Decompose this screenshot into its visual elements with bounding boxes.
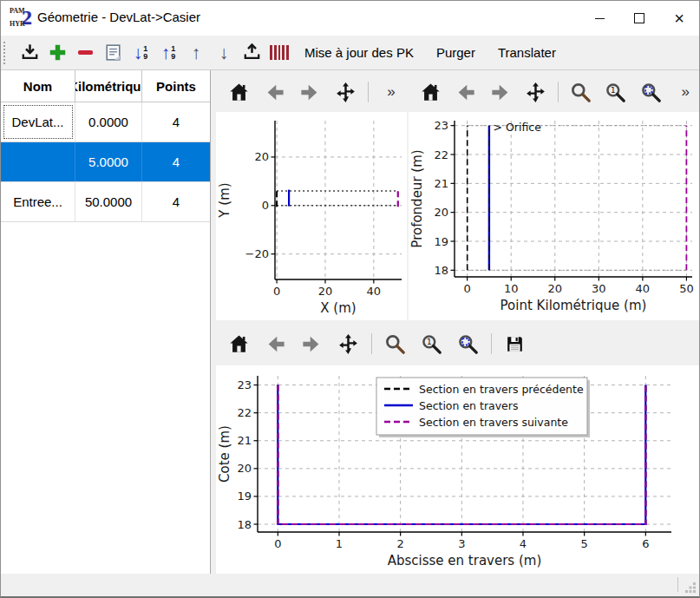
cell-nom[interactable]: DevLat... [1,102,75,141]
cell-points[interactable]: 4 [142,142,210,181]
cross-section-figure: 0123456181920212223Abscisse en travers (… [216,365,700,574]
window-title: Géometrie - DevLat->Casier [37,10,200,24]
profile-chart[interactable]: 01020304050181920212223Point Kilométriqu… [409,112,700,320]
svg-text:50: 50 [679,282,694,295]
svg-text:Section en travers: Section en travers [419,399,518,412]
remove-button[interactable] [72,39,98,67]
zoom-button[interactable] [379,328,411,360]
pk-bars-icon [269,45,290,61]
column-header-points[interactable]: Points [142,70,210,102]
svg-text:2: 2 [397,537,404,550]
home-button[interactable] [223,328,255,360]
table-row[interactable]: DevLat... 0.0000 4 [1,102,210,142]
zoom-one-button[interactable]: 1 [415,328,448,360]
svg-text:10: 10 [504,282,519,295]
svg-text:1: 1 [611,85,616,95]
toolbar-drag-handle[interactable] [3,42,10,64]
back-button[interactable] [450,76,481,108]
mise-jour-des-pk-button[interactable]: Mise à jour des PK [295,42,423,63]
resize-grip[interactable] [685,582,697,594]
table-row[interactable]: Entree... 50.0000 4 [1,182,210,222]
svg-text:3: 3 [458,537,465,550]
add-icon [47,42,69,63]
pan-button[interactable] [330,76,361,108]
back-button[interactable] [259,328,291,360]
notes-button[interactable] [100,39,126,67]
svg-text:Y (m): Y (m) [217,182,232,218]
forward-icon [300,332,324,356]
home-button[interactable] [415,76,446,108]
pan-button[interactable] [332,328,364,360]
export-button[interactable] [239,39,265,67]
plan-nav-toolbar: » [216,72,407,112]
toolbar-separator [368,82,369,102]
column-header-kilometrique[interactable]: Kilométrique [75,70,142,102]
column-header-nom[interactable]: Nom [1,70,75,102]
save-button[interactable] [499,328,531,360]
import-button[interactable] [16,39,43,67]
svg-text:0: 0 [464,282,471,295]
home-icon [227,332,251,356]
svg-text:4: 4 [520,537,527,550]
plan-figure: 02040−20020X (m)Y (m) [216,112,407,320]
save-icon [504,333,526,355]
translater-button[interactable]: Translater [488,42,566,63]
maximize-button[interactable] [619,1,659,36]
import-icon [19,42,41,63]
svg-text:0: 0 [274,537,281,550]
sort-up-icon: ↑19 [161,43,176,62]
svg-text:20: 20 [434,206,448,219]
close-button[interactable]: × [659,1,699,36]
svg-text:6: 6 [642,537,649,550]
main-toolbar: ↓19↑19↑↓Mise à jour des PKPurgerTranslat… [1,36,699,70]
svg-text:19: 19 [434,235,448,248]
zoom-rect-button[interactable] [635,76,665,108]
forward-button[interactable] [296,328,328,360]
back-icon [454,81,477,104]
pk-bars-button[interactable] [266,39,292,67]
zoom-button[interactable] [566,76,596,108]
zoom-icon [569,81,592,104]
cell-kilometrique[interactable]: 5.0000 [75,142,142,181]
cell-nom[interactable] [1,142,75,181]
minimize-icon [595,18,605,19]
move-up-icon: ↑ [192,43,201,62]
minimize-button[interactable] [579,1,619,36]
cell-points[interactable]: 4 [142,102,210,141]
forward-button[interactable] [294,76,325,108]
purger-button[interactable]: Purger [427,42,485,63]
zoom-one-icon: 1 [420,332,443,356]
profile-nav-toolbar: 1» [409,72,700,112]
table-row-selected[interactable]: 5.0000 4 [1,142,210,182]
sort-up-button[interactable]: ↑19 [155,39,181,67]
zoom-rect-button[interactable] [452,328,484,360]
zoom-one-icon: 1 [604,81,627,104]
pan-button[interactable] [520,76,551,108]
svg-text:Cote (m): Cote (m) [217,425,232,483]
home-icon [227,81,251,104]
move-up-button[interactable]: ↑ [183,39,209,67]
cell-kilometrique[interactable]: 50.0000 [75,182,142,221]
overflow-button[interactable]: » [671,76,700,108]
move-down-button[interactable]: ↓ [211,39,237,67]
close-icon: × [674,10,684,27]
add-button[interactable] [44,39,70,67]
sort-down-button[interactable]: ↓19 [128,39,154,67]
cell-kilometrique[interactable]: 0.0000 [75,102,142,141]
zoom-one-button[interactable]: 1 [600,76,631,108]
svg-text:Profondeur (m): Profondeur (m) [409,149,425,247]
svg-text:22: 22 [237,406,252,419]
cell-nom[interactable]: Entree... [1,182,75,221]
back-icon [264,332,287,356]
toolbar-separator [558,82,559,102]
cross-section-chart[interactable]: 0123456181920212223Abscisse en travers (… [216,365,700,574]
zoom-rect-icon [639,81,663,104]
home-button[interactable] [223,76,254,108]
overflow-button[interactable]: » [376,76,407,108]
plan-view-chart[interactable]: 02040−20020X (m)Y (m) [216,112,407,320]
cell-points[interactable]: 4 [142,182,210,221]
back-button[interactable] [258,76,290,108]
forward-button[interactable] [486,76,516,108]
svg-text:0: 0 [273,285,280,298]
svg-text:21: 21 [237,434,252,447]
